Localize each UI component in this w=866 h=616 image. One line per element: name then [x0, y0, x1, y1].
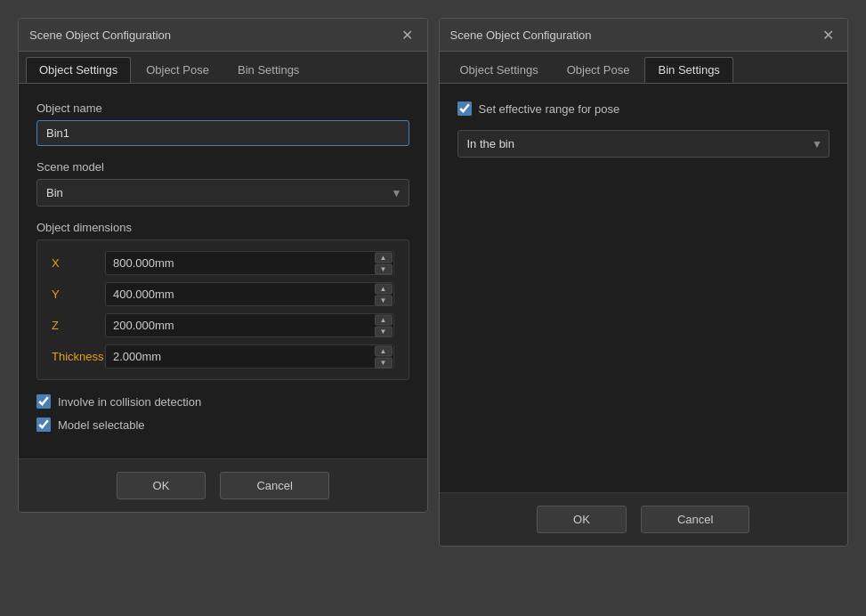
- tab-object-pose-1[interactable]: Object Pose: [133, 57, 223, 83]
- set-range-checkbox[interactable]: [457, 101, 472, 116]
- collision-checkbox[interactable]: [36, 394, 51, 409]
- dim-thickness-spinners: ▲ ▼: [375, 345, 393, 368]
- dim-x-input-wrap: ▲ ▼: [105, 251, 394, 275]
- dim-z-up[interactable]: ▲: [375, 314, 393, 325]
- dim-y-label: Y: [52, 288, 105, 301]
- dialog-2-close[interactable]: ✕: [819, 26, 837, 44]
- dim-z-row: Z ▲ ▼: [52, 313, 394, 337]
- ok-button-2[interactable]: OK: [537, 506, 627, 533]
- dialog-2: Scene Object Configuration ✕ Object Sett…: [439, 18, 849, 547]
- dimensions-box: X ▲ ▼ Y ▲: [36, 239, 409, 380]
- tab-bin-settings-1[interactable]: Bin Settings: [224, 57, 312, 83]
- dim-x-row: X ▲ ▼: [52, 251, 394, 275]
- dialog-2-title: Scene Object Configuration: [450, 28, 592, 42]
- dialog-1: Scene Object Configuration ✕ Object Sett…: [18, 18, 428, 513]
- selectable-label[interactable]: Model selectable: [58, 418, 145, 432]
- footer-2: OK Cancel: [440, 492, 848, 546]
- dim-y-input[interactable]: [105, 282, 394, 306]
- location-select-wrap: In the bin On the bin Outside the bin ▼: [457, 130, 830, 158]
- set-range-label[interactable]: Set effective range for pose: [479, 102, 620, 116]
- tab-bin-settings-2[interactable]: Bin Settings: [644, 57, 732, 83]
- tabs-2: Object Settings Object Pose Bin Settings: [440, 52, 848, 83]
- tabs-1: Object Settings Object Pose Bin Settings: [19, 52, 427, 83]
- scene-model-group: Scene model Bin Box Pallet ▼: [36, 160, 409, 207]
- scene-model-select-wrap: Bin Box Pallet ▼: [36, 179, 409, 207]
- dim-x-input[interactable]: [105, 251, 394, 275]
- dim-z-down[interactable]: ▼: [375, 326, 393, 336]
- tab-object-pose-2[interactable]: Object Pose: [554, 57, 643, 83]
- object-name-input[interactable]: [36, 120, 409, 146]
- location-select[interactable]: In the bin On the bin Outside the bin: [457, 130, 830, 158]
- tab-object-settings-1[interactable]: Object Settings: [26, 57, 131, 83]
- dim-y-down[interactable]: ▼: [375, 295, 393, 305]
- bin-content-2: Set effective range for pose In the bin …: [440, 83, 848, 492]
- dim-y-up[interactable]: ▲: [375, 283, 393, 294]
- dialog-1-title: Scene Object Configuration: [29, 28, 171, 42]
- selectable-row: Model selectable: [36, 417, 409, 432]
- dim-z-spinners: ▲ ▼: [375, 314, 393, 336]
- dimensions-label: Object dimensions: [36, 221, 409, 234]
- dim-x-spinners: ▲ ▼: [375, 252, 393, 274]
- dim-y-input-wrap: ▲ ▼: [105, 282, 394, 306]
- object-name-group: Object name: [36, 101, 409, 146]
- scene-model-label: Scene model: [36, 160, 409, 174]
- dim-thickness-row: Thickness ▲ ▼: [52, 344, 394, 369]
- set-range-row: Set effective range for pose: [457, 101, 830, 116]
- ok-button-1[interactable]: OK: [117, 472, 206, 499]
- dim-thickness-down[interactable]: ▼: [375, 357, 393, 368]
- dim-y-spinners: ▲ ▼: [375, 283, 393, 305]
- dim-thickness-label: Thickness: [52, 350, 105, 363]
- dim-x-up[interactable]: ▲: [375, 252, 393, 263]
- dim-thickness-up[interactable]: ▲: [375, 345, 393, 356]
- dim-x-label: X: [52, 256, 105, 270]
- cancel-button-1[interactable]: Cancel: [220, 472, 328, 499]
- dimensions-group: Object dimensions X ▲ ▼ Y: [36, 221, 409, 380]
- dialog-1-close[interactable]: ✕: [399, 26, 417, 44]
- dim-thickness-input[interactable]: [105, 344, 394, 369]
- dim-z-input[interactable]: [105, 313, 394, 337]
- title-bar-2: Scene Object Configuration ✕: [440, 19, 848, 52]
- footer-1: OK Cancel: [19, 458, 427, 512]
- dim-x-down[interactable]: ▼: [375, 263, 393, 274]
- dim-z-input-wrap: ▲ ▼: [105, 313, 394, 337]
- tab-object-settings-2[interactable]: Object Settings: [447, 57, 552, 83]
- title-bar-1: Scene Object Configuration ✕: [19, 19, 427, 52]
- content-1: Object name Scene model Bin Box Pallet ▼…: [19, 83, 427, 458]
- cancel-button-2[interactable]: Cancel: [641, 506, 749, 533]
- object-name-label: Object name: [36, 101, 409, 115]
- selectable-checkbox[interactable]: [36, 417, 51, 432]
- collision-label[interactable]: Involve in collision detection: [58, 395, 201, 409]
- dim-y-row: Y ▲ ▼: [52, 282, 394, 306]
- dim-thickness-input-wrap: ▲ ▼: [105, 344, 394, 369]
- collision-row: Involve in collision detection: [36, 394, 409, 409]
- scene-model-select[interactable]: Bin Box Pallet: [36, 179, 409, 207]
- dim-z-label: Z: [52, 319, 105, 332]
